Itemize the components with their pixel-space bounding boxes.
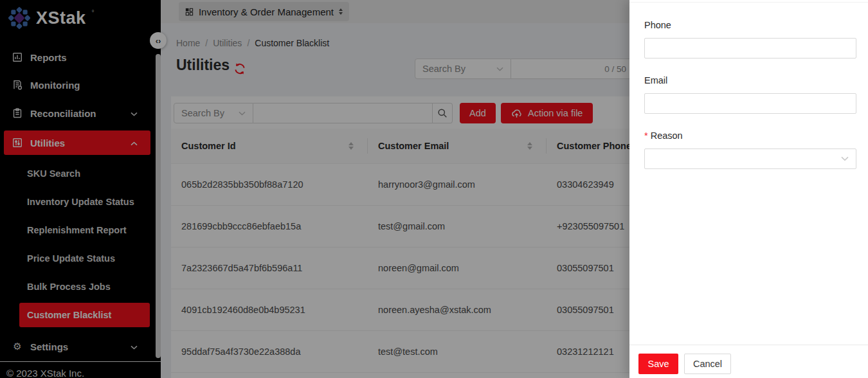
required-asterisk: * — [644, 130, 648, 141]
phone-field[interactable] — [644, 38, 856, 59]
email-field[interactable] — [644, 93, 856, 114]
drawer-footer: Save Cancel — [629, 345, 868, 378]
save-button[interactable]: Save — [638, 354, 678, 374]
reason-label-text: Reason — [651, 130, 683, 141]
reason-field-label: *Reason — [644, 130, 683, 141]
phone-field-label: Phone — [644, 20, 671, 30]
email-field-label: Email — [644, 75, 667, 86]
cancel-button[interactable]: Cancel — [684, 354, 731, 374]
add-blacklist-drawer: Phone Email *Reason Save Cancel — [629, 0, 868, 378]
chevron-down-icon — [841, 156, 849, 161]
reason-select[interactable] — [644, 148, 856, 169]
drawer-divider — [629, 2, 868, 3]
